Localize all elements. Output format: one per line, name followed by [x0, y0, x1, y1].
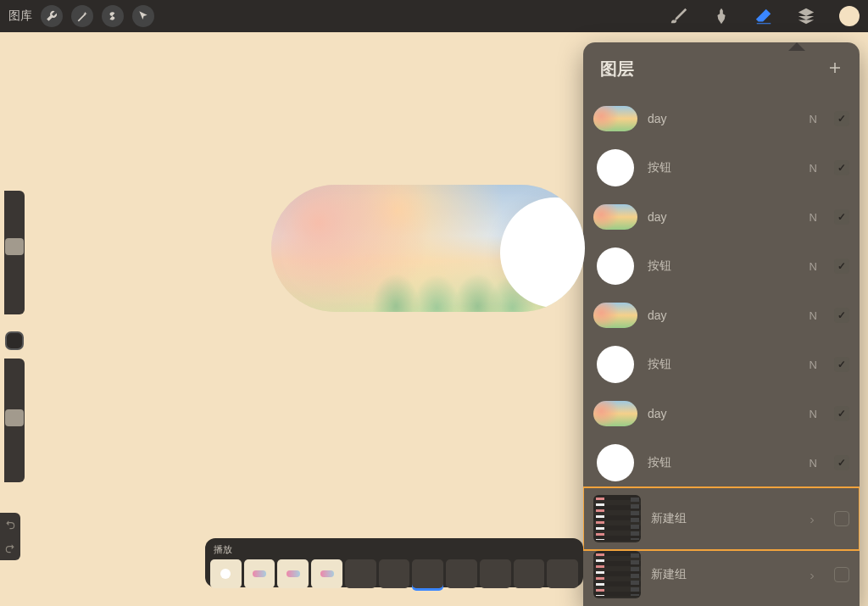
timeline-frame[interactable]	[412, 559, 443, 588]
layer-name[interactable]: 按钮	[648, 259, 799, 274]
layers-icon	[797, 7, 815, 25]
blend-mode-label[interactable]: N	[810, 211, 817, 224]
artwork-pill	[271, 185, 585, 312]
eraser-tool[interactable]	[754, 7, 773, 25]
layers-tool[interactable]	[797, 7, 815, 25]
visibility-checkbox[interactable]	[834, 160, 849, 175]
timeline-frame[interactable]	[277, 559, 309, 588]
visibility-checkbox[interactable]	[834, 357, 849, 372]
cursor-button[interactable]	[132, 5, 154, 27]
visibility-checkbox[interactable]	[834, 567, 849, 582]
visibility-checkbox[interactable]	[834, 406, 849, 421]
timeline-frame[interactable]	[514, 559, 545, 588]
plus-icon	[827, 60, 843, 75]
layer-name[interactable]: day	[648, 407, 799, 420]
wand-button[interactable]	[71, 5, 93, 27]
timeline-frame[interactable]	[244, 559, 275, 588]
layer-row[interactable]: 按钮N	[583, 438, 860, 487]
timeline-frame[interactable]	[480, 559, 511, 588]
left-sidebar	[0, 191, 29, 555]
color-swatch[interactable]	[839, 6, 860, 26]
layer-name[interactable]: 新建组	[651, 567, 797, 582]
layer-row[interactable]: 按钮N	[583, 340, 860, 389]
visibility-checkbox[interactable]	[834, 259, 849, 274]
layer-name[interactable]: day	[648, 210, 799, 224]
artwork-sun	[500, 197, 585, 308]
eraser-icon	[754, 7, 773, 25]
s-icon	[107, 10, 119, 22]
blend-mode-label[interactable]: N	[810, 260, 817, 273]
selection-button[interactable]	[102, 5, 124, 27]
blend-mode-label[interactable]: N	[810, 457, 817, 470]
wand-icon	[76, 10, 88, 22]
layer-name[interactable]: day	[648, 112, 799, 125]
undo-button[interactable]	[0, 513, 20, 537]
history-buttons	[0, 513, 29, 560]
top-toolbar: 图库	[0, 0, 868, 32]
layer-thumbnail[interactable]	[593, 106, 637, 131]
play-label[interactable]: 播放	[210, 542, 578, 559]
smudge-tool[interactable]	[712, 7, 731, 25]
layer-row[interactable]: dayN	[583, 389, 860, 438]
chevron-right-icon	[807, 514, 817, 524]
visibility-checkbox[interactable]	[834, 455, 849, 470]
layer-thumbnail[interactable]	[593, 495, 641, 542]
opacity-slider[interactable]	[4, 359, 25, 482]
layer-thumbnail[interactable]	[593, 204, 637, 230]
timeline-frame[interactable]	[345, 559, 376, 588]
layer-thumbnail[interactable]	[593, 401, 637, 426]
brush-tool[interactable]	[670, 7, 688, 25]
brush-size-slider[interactable]	[4, 191, 25, 314]
blend-mode-label[interactable]: N	[810, 309, 817, 322]
chevron-right-icon	[807, 570, 817, 580]
layer-name[interactable]: 按钮	[648, 160, 799, 175]
layer-row[interactable]: 新建组	[583, 550, 860, 599]
layer-row[interactable]: 新建组	[583, 487, 860, 550]
layer-row[interactable]: dayN	[583, 192, 860, 242]
gallery-button[interactable]: 图库	[8, 8, 32, 24]
redo-icon	[4, 542, 16, 554]
timeline-frame[interactable]	[379, 559, 410, 588]
undo-icon	[4, 519, 16, 531]
layer-thumbnail[interactable]	[593, 551, 641, 598]
adjust-button[interactable]	[41, 5, 63, 27]
layer-thumbnail[interactable]	[593, 303, 637, 328]
redo-button[interactable]	[0, 537, 20, 560]
timeline-frame[interactable]	[446, 559, 477, 588]
layers-title: 图层	[600, 58, 634, 81]
layer-thumbnail[interactable]	[597, 346, 634, 383]
add-layer-button[interactable]	[827, 60, 843, 79]
blend-mode-label[interactable]: N	[810, 113, 817, 125]
blend-mode-label[interactable]: N	[810, 359, 817, 371]
layer-name[interactable]: 按钮	[648, 357, 799, 372]
layer-thumbnail[interactable]	[597, 444, 634, 481]
brush-icon	[670, 7, 688, 25]
layer-thumbnail[interactable]	[597, 149, 634, 186]
layer-name[interactable]: day	[648, 309, 799, 322]
layer-name[interactable]: 新建组	[651, 511, 797, 526]
visibility-checkbox[interactable]	[834, 111, 849, 126]
wrench-icon	[46, 10, 58, 22]
layer-name[interactable]: 按钮	[648, 455, 799, 470]
smudge-icon	[712, 7, 731, 25]
layer-thumbnail[interactable]	[597, 247, 634, 285]
opacity-thumb[interactable]	[5, 409, 24, 426]
cursor-icon	[137, 10, 149, 22]
modifier-button[interactable]	[5, 331, 24, 350]
animation-timeline: 播放	[205, 538, 583, 587]
timeline-frame[interactable]	[547, 559, 578, 588]
blend-mode-label[interactable]: N	[810, 408, 817, 420]
layer-row[interactable]: 按钮N	[583, 242, 860, 291]
layer-row[interactable]: dayN	[583, 94, 860, 143]
blend-mode-label[interactable]: N	[810, 162, 817, 175]
layers-panel: 图层 dayN按钮NdayN按钮NdayN按钮NdayN按钮N新建组新建组	[583, 42, 860, 606]
layer-row[interactable]: dayN	[583, 291, 860, 340]
timeline-frame[interactable]	[311, 559, 342, 588]
brush-size-thumb[interactable]	[5, 238, 24, 255]
visibility-checkbox[interactable]	[834, 308, 849, 323]
visibility-checkbox[interactable]	[834, 209, 849, 225]
layer-row[interactable]: 按钮N	[583, 143, 860, 192]
timeline-frame[interactable]	[210, 559, 242, 588]
visibility-checkbox[interactable]	[834, 511, 849, 526]
